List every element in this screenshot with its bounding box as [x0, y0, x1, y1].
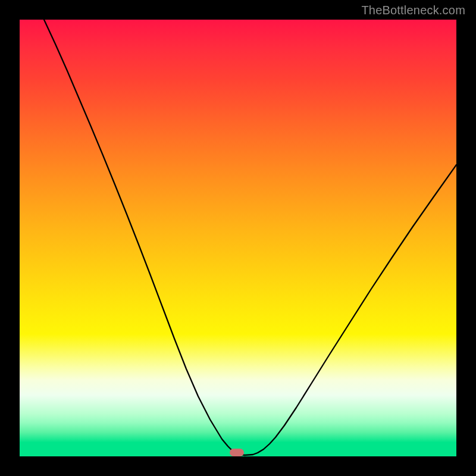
chart-frame: TheBottleneck.com [0, 0, 476, 476]
watermark-text: TheBottleneck.com [361, 4, 465, 17]
optimum-marker [230, 449, 244, 456]
bottleneck-curve [20, 20, 456, 456]
